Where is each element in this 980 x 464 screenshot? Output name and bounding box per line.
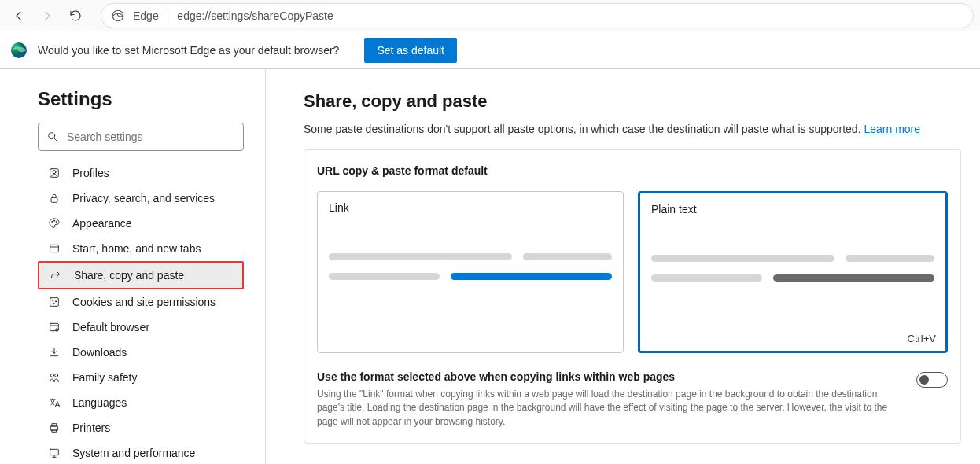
sidebar-item-label: Share, copy and paste	[74, 269, 184, 282]
svg-point-11	[52, 300, 53, 300]
shortcut-label: Ctrl+V	[908, 333, 936, 344]
sidebar-item-label: Languages	[72, 396, 127, 409]
learn-more-link[interactable]: Learn more	[864, 123, 920, 135]
back-button[interactable]	[6, 3, 31, 28]
option-link[interactable]: Link	[317, 191, 624, 353]
set-default-button[interactable]: Set as default	[364, 38, 457, 63]
sidebar-item-system[interactable]: System and performance	[38, 440, 244, 464]
download-icon	[47, 345, 61, 359]
toggle-knob	[919, 375, 929, 385]
edge-logo-icon	[9, 41, 28, 60]
svg-rect-21	[50, 449, 59, 455]
sidebar-item-profiles[interactable]: Profiles	[38, 160, 244, 186]
sidebar-item-share[interactable]: Share, copy and paste	[38, 261, 244, 289]
sidebar-item-label: Downloads	[72, 346, 127, 359]
sidebar-item-label: Printers	[72, 422, 110, 434]
browser-icon	[47, 320, 61, 334]
copy-links-toggle[interactable]	[916, 372, 948, 388]
copy-links-setting: Use the format selected above when copyi…	[317, 370, 948, 429]
svg-point-6	[52, 221, 53, 222]
svg-point-7	[53, 220, 54, 221]
settings-title: Settings	[38, 88, 265, 110]
refresh-button[interactable]	[63, 3, 88, 28]
address-source-label: Edge	[133, 9, 159, 22]
sidebar-item-label: Appearance	[72, 217, 132, 230]
sidebar-item-label: Privacy, search, and services	[72, 192, 215, 204]
profiles-icon	[47, 166, 61, 180]
search-input[interactable]	[67, 131, 235, 143]
card-section-title: URL copy & paste format default	[317, 164, 948, 177]
share-icon	[49, 268, 63, 282]
address-bar[interactable]: Edge | edge://settings/shareCopyPaste	[101, 3, 974, 28]
option-plain-title: Plain text	[651, 203, 934, 215]
svg-point-8	[56, 221, 57, 222]
settings-content: Share, copy and paste Some paste destina…	[266, 69, 980, 464]
plain-preview-graphic	[651, 255, 934, 282]
svg-rect-18	[50, 426, 57, 430]
system-icon	[47, 446, 61, 460]
sidebar-item-label: Default browser	[72, 321, 149, 333]
edge-icon	[111, 9, 125, 23]
lock-icon	[47, 191, 61, 205]
address-divider: |	[167, 9, 170, 22]
svg-rect-19	[52, 424, 56, 426]
sidebar-item-languages[interactable]: Languages	[38, 390, 244, 415]
appearance-icon	[47, 216, 61, 230]
sidebar-item-appearance[interactable]: Appearance	[38, 211, 244, 236]
svg-point-12	[55, 301, 56, 302]
svg-rect-9	[50, 245, 59, 252]
sidebar-item-label: System and performance	[72, 447, 195, 459]
setting-title: Use the format selected above when copyi…	[317, 370, 904, 383]
option-link-title: Link	[329, 201, 612, 214]
setting-description: Using the "Link" format when copying lin…	[317, 388, 904, 429]
settings-sidebar: Settings Profiles Privacy, search, and s…	[0, 69, 266, 464]
search-settings-box[interactable]	[38, 123, 244, 151]
default-browser-banner: Would you like to set Microsoft Edge as …	[0, 31, 980, 69]
browser-toolbar: Edge | edge://settings/shareCopyPaste	[0, 0, 980, 31]
svg-rect-5	[51, 197, 57, 202]
svg-point-17	[55, 374, 58, 377]
sidebar-item-default-browser[interactable]: Default browser	[38, 315, 244, 340]
settings-card: URL copy & paste format default Link Pla…	[304, 149, 961, 444]
languages-icon	[47, 396, 61, 410]
sidebar-item-label: Profiles	[72, 167, 109, 179]
family-icon	[47, 370, 61, 385]
sidebar-item-label: Family safety	[72, 371, 137, 384]
banner-text: Would you like to set Microsoft Edge as …	[38, 44, 339, 57]
sidebar-item-label: Cookies and site permissions	[72, 296, 216, 308]
sidebar-item-downloads[interactable]: Downloads	[38, 340, 244, 365]
forward-button[interactable]	[35, 3, 60, 28]
cookies-icon	[47, 295, 61, 309]
svg-rect-14	[50, 323, 59, 330]
sidebar-item-printers[interactable]: Printers	[38, 415, 244, 440]
option-plain-text[interactable]: Plain text Ctrl+V	[638, 191, 948, 353]
svg-point-16	[50, 374, 53, 377]
sidebar-item-family[interactable]: Family safety	[38, 365, 244, 390]
sidebar-item-start[interactable]: Start, home, and new tabs	[38, 236, 244, 261]
search-icon	[46, 131, 59, 143]
svg-point-2	[49, 133, 55, 139]
svg-rect-10	[50, 298, 59, 307]
sidebar-item-label: Start, home, and new tabs	[72, 242, 201, 255]
printer-icon	[47, 421, 61, 435]
svg-point-13	[53, 303, 54, 304]
page-heading: Share, copy and paste	[304, 91, 961, 112]
svg-point-4	[53, 171, 56, 174]
sidebar-item-privacy[interactable]: Privacy, search, and services	[38, 186, 244, 211]
window-icon	[47, 241, 61, 256]
page-subtitle: Some paste destinations don't support al…	[304, 123, 961, 135]
sidebar-item-cookies[interactable]: Cookies and site permissions	[38, 289, 244, 315]
address-url: edge://settings/shareCopyPaste	[177, 9, 333, 22]
link-preview-graphic	[329, 253, 612, 280]
